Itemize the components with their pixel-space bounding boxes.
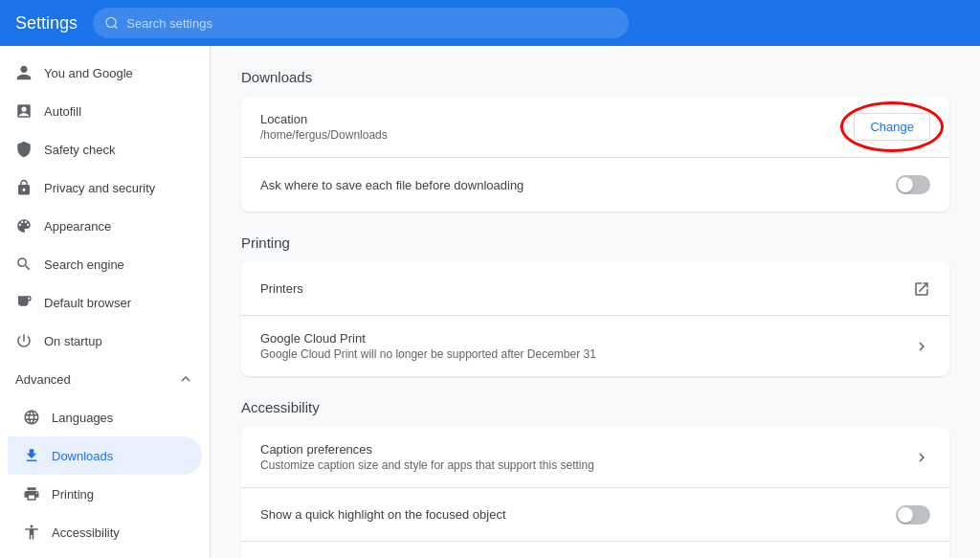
lock-icon bbox=[15, 179, 33, 196]
sidebar-item-privacy[interactable]: Privacy and security bbox=[0, 168, 202, 207]
sidebar-item-accessibility[interactable]: Accessibility bbox=[8, 513, 202, 550]
gcp-label: Google Cloud Print bbox=[260, 331, 913, 346]
sidebar-item-label: Printing bbox=[52, 487, 94, 502]
advanced-items: Languages Downloads Printing bbox=[0, 398, 210, 550]
highlight-row: Show a quick highlight on the focused ob… bbox=[241, 488, 949, 542]
sidebar-item-appearance[interactable]: Appearance bbox=[0, 207, 202, 245]
location-label: Location bbox=[260, 112, 854, 126]
sidebar-item-label: Privacy and security bbox=[44, 181, 155, 195]
person-icon bbox=[15, 64, 33, 81]
sidebar-item-downloads[interactable]: Downloads bbox=[8, 436, 202, 475]
ask-save-label: Ask where to save each file before downl… bbox=[260, 178, 896, 192]
caption-label: Caption preferences bbox=[260, 442, 913, 457]
ask-save-content: Ask where to save each file before downl… bbox=[260, 178, 896, 192]
accessibility-card: Caption preferences Customize caption si… bbox=[241, 427, 949, 558]
sidebar-item-label: Accessibility bbox=[52, 525, 120, 540]
app-header: Settings bbox=[0, 0, 980, 46]
sidebar-item-autofill[interactable]: Autofill bbox=[0, 92, 202, 130]
sidebar-item-search-engine[interactable]: Search engine bbox=[0, 245, 202, 283]
downloads-title: Downloads bbox=[241, 69, 949, 85]
sidebar-item-default-browser[interactable]: Default browser bbox=[0, 283, 202, 322]
languages-icon bbox=[23, 409, 40, 426]
chevron-right-icon bbox=[913, 338, 930, 355]
sidebar-item-on-startup[interactable]: On startup bbox=[0, 322, 202, 360]
startup-icon bbox=[15, 332, 33, 349]
highlight-label: Show a quick highlight on the focused ob… bbox=[260, 507, 896, 522]
search-input[interactable] bbox=[126, 16, 617, 31]
caption-content: Caption preferences Customize caption si… bbox=[260, 442, 913, 472]
accessibility-title: Accessibility bbox=[241, 399, 949, 415]
sidebar-item-label: Languages bbox=[52, 411, 113, 425]
sidebar: You and Google Autofill Safety check Pri… bbox=[0, 46, 211, 558]
printing-title: Printing bbox=[241, 234, 949, 251]
chevron-right-icon bbox=[913, 449, 930, 466]
search-engine-icon bbox=[15, 256, 33, 273]
downloads-card: Location /home/fergus/Downloads Change A… bbox=[241, 97, 949, 212]
location-content: Location /home/fergus/Downloads bbox=[260, 112, 854, 142]
shield-icon bbox=[15, 141, 33, 158]
ask-save-row: Ask where to save each file before downl… bbox=[241, 158, 949, 212]
printing-section: Printing Printers Google Cloud Print Goo… bbox=[241, 234, 949, 376]
change-button[interactable]: Change bbox=[854, 113, 930, 141]
location-row: Location /home/fergus/Downloads Change bbox=[241, 97, 949, 158]
sidebar-item-label: Appearance bbox=[44, 219, 111, 234]
accessibility-section: Accessibility Caption preferences Custom… bbox=[241, 399, 949, 558]
sidebar-item-label: You and Google bbox=[44, 66, 133, 80]
ask-save-toggle[interactable] bbox=[896, 175, 930, 194]
printers-label: Printers bbox=[260, 281, 913, 296]
highlight-content: Show a quick highlight on the focused ob… bbox=[260, 507, 896, 522]
advanced-section-header[interactable]: Advanced bbox=[0, 360, 210, 398]
sidebar-item-label: Safety check bbox=[44, 143, 115, 157]
printers-content: Printers bbox=[260, 281, 913, 296]
change-btn-wrapper: Change bbox=[854, 113, 930, 141]
printers-row[interactable]: Printers bbox=[241, 262, 949, 316]
svg-point-0 bbox=[106, 17, 116, 27]
download-icon bbox=[23, 447, 40, 464]
sidebar-item-label: Downloads bbox=[52, 449, 113, 463]
downloads-section: Downloads Location /home/fergus/Download… bbox=[241, 69, 949, 212]
print-icon bbox=[23, 485, 40, 502]
printing-card: Printers Google Cloud Print Google Cloud… bbox=[241, 262, 949, 376]
sidebar-item-you-and-google[interactable]: You and Google bbox=[0, 54, 202, 92]
content-area: Downloads Location /home/fergus/Download… bbox=[211, 46, 980, 558]
autofill-icon bbox=[15, 102, 33, 120]
search-bar[interactable] bbox=[93, 8, 629, 38]
sidebar-item-languages[interactable]: Languages bbox=[8, 398, 202, 436]
external-link-icon bbox=[913, 280, 930, 298]
advanced-label: Advanced bbox=[15, 372, 71, 387]
caption-sublabel: Customize caption size and style for app… bbox=[260, 458, 913, 472]
appearance-icon bbox=[15, 217, 33, 234]
gcp-sublabel: Google Cloud Print will no longer be sup… bbox=[260, 347, 913, 361]
cursor-row: Navigate pages with a text cursor To tur… bbox=[241, 542, 949, 558]
browser-icon bbox=[15, 294, 33, 311]
location-value: /home/fergus/Downloads bbox=[260, 128, 854, 142]
sidebar-item-label: Autofill bbox=[44, 104, 81, 119]
sidebar-item-label: On startup bbox=[44, 334, 102, 348]
main-layout: You and Google Autofill Safety check Pri… bbox=[0, 46, 980, 558]
gcp-row[interactable]: Google Cloud Print Google Cloud Print wi… bbox=[241, 316, 949, 376]
chevron-up-icon bbox=[177, 370, 194, 388]
gcp-content: Google Cloud Print Google Cloud Print wi… bbox=[260, 331, 913, 361]
svg-line-1 bbox=[115, 26, 118, 29]
caption-row[interactable]: Caption preferences Customize caption si… bbox=[241, 427, 949, 488]
sidebar-item-safety-check[interactable]: Safety check bbox=[0, 130, 202, 168]
sidebar-scroll[interactable]: You and Google Autofill Safety check Pri… bbox=[0, 54, 210, 550]
sidebar-item-printing[interactable]: Printing bbox=[8, 475, 202, 513]
sidebar-item-label: Search engine bbox=[44, 257, 124, 272]
highlight-toggle[interactable] bbox=[896, 505, 930, 525]
sidebar-item-label: Default browser bbox=[44, 296, 131, 310]
accessibility-icon bbox=[23, 524, 40, 541]
app-title: Settings bbox=[15, 13, 78, 33]
search-icon bbox=[104, 15, 119, 31]
